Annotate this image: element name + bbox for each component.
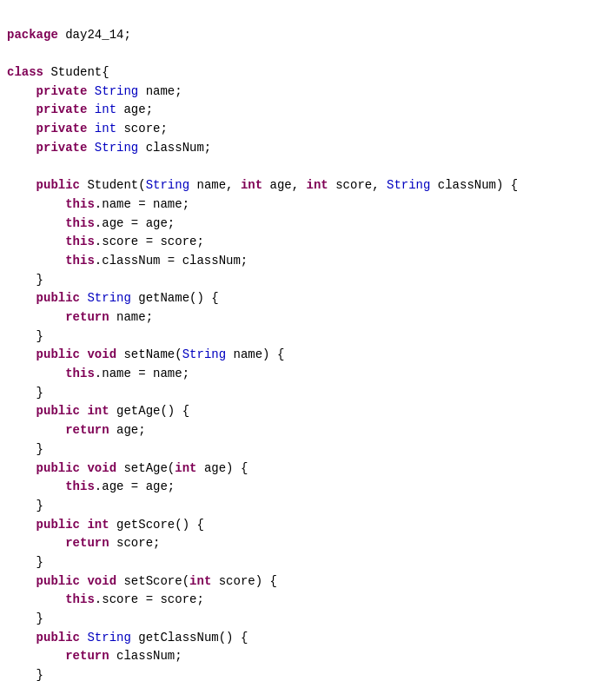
line-5: private int age; — [7, 102, 153, 116]
line-15: public String getName() { — [7, 291, 219, 305]
line-13: this.classNum = classNum; — [7, 254, 248, 268]
line-26: } — [7, 499, 43, 512]
line-27: public int getScore() { — [7, 518, 204, 532]
line-10: this.name = name; — [7, 197, 189, 211]
code-editor: package day24_14; class Student{ private… — [7, 7, 616, 681]
line-24: public void setAge(int age) { — [7, 461, 248, 475]
line-30: public void setScore(int score) { — [7, 574, 277, 588]
line-21: public int getAge() { — [7, 404, 189, 418]
line-4: private String name; — [7, 84, 182, 98]
line-19: this.name = name; — [7, 367, 189, 380]
line-6: private int score; — [7, 122, 168, 136]
line-12: this.score = score; — [7, 235, 204, 248]
line-3: class Student{ — [7, 65, 109, 79]
line-28: return score; — [7, 536, 160, 550]
line-16: return name; — [7, 310, 153, 324]
line-35: } — [7, 668, 43, 681]
line-33: public String getClassNum() { — [7, 631, 248, 645]
line-34: return classNum; — [7, 649, 182, 663]
line-7: private String classNum; — [7, 141, 211, 155]
line-14: } — [7, 273, 43, 287]
line-22: return age; — [7, 423, 146, 437]
line-11: this.age = age; — [7, 216, 175, 230]
line-17: } — [7, 329, 43, 343]
line-25: this.age = age; — [7, 479, 175, 493]
line-31: this.score = score; — [7, 592, 204, 606]
line-1: package day24_14; — [7, 28, 131, 42]
line-18: public void setName(String name) { — [7, 347, 284, 361]
line-29: } — [7, 555, 43, 569]
line-32: } — [7, 612, 43, 625]
line-23: } — [7, 442, 43, 456]
line-9: public Student(String name, int age, int… — [7, 178, 518, 192]
line-20: } — [7, 386, 43, 400]
